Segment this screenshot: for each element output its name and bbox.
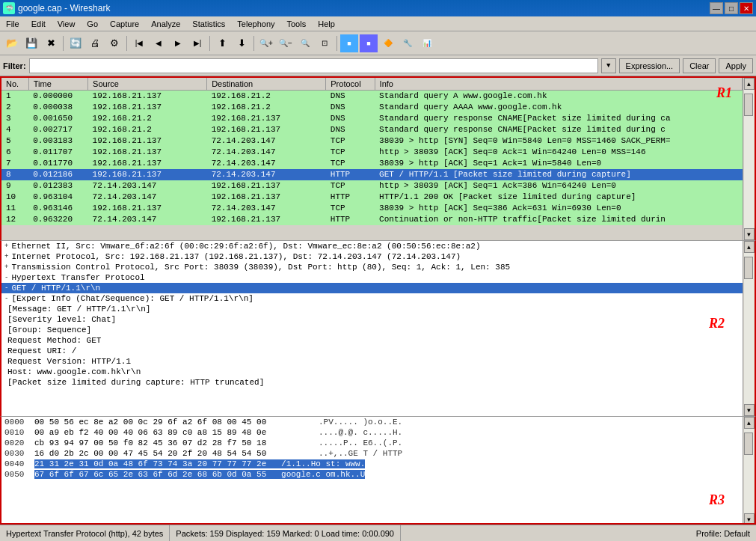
- annotation-r3: R3: [709, 492, 725, 508]
- toolbar-color2[interactable]: ■: [360, 34, 378, 52]
- col-time: Time: [28, 78, 87, 91]
- detail-line[interactable]: Host: www.google.com.hk\r\n: [1, 367, 743, 377]
- toolbar-open[interactable]: 📂: [3, 34, 21, 52]
- table-row[interactable]: 2 0.000038 192.168.21.137 192.168.21.2 D…: [1, 102, 743, 113]
- toolbar-print[interactable]: 🖨: [86, 34, 104, 52]
- table-row[interactable]: 5 0.003183 192.168.21.137 72.14.203.147 …: [1, 135, 743, 147]
- hex-scroll-track[interactable]: [744, 429, 755, 513]
- table-row[interactable]: 11 0.963146 192.168.21.137 72.14.203.147…: [1, 203, 743, 214]
- status-profile: Profile: Default: [690, 525, 756, 541]
- detail-line[interactable]: -Hypertext Transfer Protocol: [1, 272, 743, 283]
- detail-line[interactable]: Request Version: HTTP/1.1: [1, 356, 743, 367]
- detail-scroll-track[interactable]: [744, 253, 755, 404]
- hex-scroll-down[interactable]: ▼: [744, 513, 755, 525]
- menu-go[interactable]: Go: [81, 16, 104, 31]
- detail-line[interactable]: [Severity level: Chat]: [1, 314, 743, 325]
- col-no: No.: [1, 78, 28, 91]
- detail-scroll-thumb[interactable]: [744, 257, 753, 279]
- toolbar-close[interactable]: ✖: [42, 34, 60, 52]
- scroll-track[interactable]: [744, 90, 755, 228]
- detail-line[interactable]: [Packet size limited during capture: HTT…: [1, 377, 743, 388]
- detail-line[interactable]: [Message: GET / HTTP/1.1\r\n]: [1, 304, 743, 314]
- status-bar: Hypertext Transfer Protocol (http), 42 b…: [0, 525, 756, 541]
- toolbar-save[interactable]: 💾: [22, 34, 40, 52]
- detail-scroll-down[interactable]: ▼: [744, 404, 755, 416]
- menu-file[interactable]: File: [0, 16, 25, 31]
- detail-line[interactable]: Request URI: /: [1, 346, 743, 356]
- toolbar-zoom-fit[interactable]: ⊡: [316, 34, 334, 52]
- hex-dump-pane: 0000 00 50 56 ec 8e a2 00 0c 29 6f a2 6f…: [0, 417, 756, 525]
- menu-capture[interactable]: Capture: [104, 16, 145, 31]
- toolbar-prefs[interactable]: ⚙: [105, 34, 123, 52]
- detail-scroll-up[interactable]: ▲: [744, 241, 755, 253]
- filter-apply-btn[interactable]: Apply: [719, 58, 753, 73]
- toolbar-restart[interactable]: 🔄: [67, 34, 84, 52]
- hex-line[interactable]: 0030 16 d0 2b 2c 00 00 47 45 54 20 2f 20…: [1, 448, 743, 459]
- table-row[interactable]: 6 0.011707 192.168.21.137 72.14.203.147 …: [1, 147, 743, 158]
- toolbar-next[interactable]: ▶: [169, 34, 187, 52]
- col-destination: Destination: [207, 78, 326, 91]
- menu-telephony[interactable]: Telephony: [231, 16, 280, 31]
- scroll-up-btn[interactable]: ▲: [744, 78, 755, 90]
- table-row[interactable]: 1 0.000000 192.168.21.137 192.168.21.2 D…: [1, 91, 743, 102]
- table-row[interactable]: 12 0.963220 72.14.203.147 192.168.21.137…: [1, 214, 743, 225]
- toolbar-color1[interactable]: ■: [340, 34, 358, 52]
- hex-scroll-up[interactable]: ▲: [744, 417, 755, 429]
- minimize-button[interactable]: —: [710, 2, 723, 14]
- title-bar: 🦈 google.cap - Wireshark — □ ✕: [0, 0, 756, 16]
- toolbar-sep-2: [126, 36, 127, 51]
- hex-line[interactable]: 0020 cb 93 94 97 00 50 f0 82 45 36 07 d2…: [1, 438, 743, 448]
- detail-line[interactable]: +Transmission Control Protocol, Src Port…: [1, 262, 743, 272]
- toolbar-prev[interactable]: ◀: [150, 34, 168, 52]
- toolbar-zoom-out[interactable]: 🔍−: [277, 34, 295, 52]
- hex-scrollbar[interactable]: ▲ ▼: [743, 417, 755, 525]
- toolbar-up[interactable]: ⬆: [213, 34, 231, 52]
- table-row[interactable]: 9 0.012383 72.14.203.147 192.168.21.137 …: [1, 180, 743, 192]
- col-protocol: Protocol: [326, 78, 375, 91]
- maximize-button[interactable]: □: [725, 2, 738, 14]
- table-row[interactable]: 8 0.012186 192.168.21.137 72.14.203.147 …: [1, 169, 743, 180]
- detail-line[interactable]: +Internet Protocol, Src: 192.168.21.137 …: [1, 251, 743, 262]
- packet-list-scrollbar[interactable]: ▲ ▼: [743, 78, 755, 240]
- menu-edit[interactable]: Edit: [25, 16, 52, 31]
- filter-expression-btn[interactable]: Expression...: [619, 58, 680, 73]
- detail-line[interactable]: -[Expert Info (Chat/Sequence): GET / HTT…: [1, 293, 743, 304]
- table-row[interactable]: 10 0.963104 72.14.203.147 192.168.21.137…: [1, 192, 743, 203]
- scroll-thumb[interactable]: [744, 94, 753, 116]
- toolbar-first[interactable]: |◀: [130, 34, 148, 52]
- hex-line[interactable]: 0010 00 a9 eb f2 40 00 40 06 63 89 c0 a8…: [1, 427, 743, 438]
- toolbar-zoom-in[interactable]: 🔍+: [257, 34, 275, 52]
- filter-dropdown[interactable]: ▼: [601, 58, 616, 73]
- detail-line[interactable]: +Ethernet II, Src: Vmware_6f:a2:6f (00:0…: [1, 241, 743, 251]
- table-row[interactable]: 3 0.001650 192.168.21.2 192.168.21.137 D…: [1, 113, 743, 124]
- table-row[interactable]: 4 0.002717 192.168.21.2 192.168.21.137 D…: [1, 124, 743, 135]
- filter-input[interactable]: [29, 58, 598, 73]
- hex-line[interactable]: 0050 67 6f 6f 67 6c 65 2e 63 6f 6d 2e 68…: [1, 469, 743, 480]
- table-row[interactable]: 7 0.011770 192.168.21.137 72.14.203.147 …: [1, 158, 743, 169]
- menu-help[interactable]: Help: [312, 16, 341, 31]
- toolbar-last[interactable]: ▶|: [188, 34, 206, 52]
- detail-line[interactable]: -GET / HTTP/1.1\r\n: [1, 283, 743, 293]
- menu-tools[interactable]: Tools: [281, 16, 313, 31]
- detail-scrollbar[interactable]: ▲ ▼: [743, 241, 755, 416]
- hex-line[interactable]: 0000 00 50 56 ec 8e a2 00 0c 29 6f a2 6f…: [1, 417, 743, 427]
- toolbar-decode[interactable]: 🔶: [379, 34, 397, 52]
- filter-clear-btn[interactable]: Clear: [683, 58, 716, 73]
- menu-view[interactable]: View: [52, 16, 82, 31]
- toolbar-sep-4: [253, 36, 254, 51]
- toolbar: 📂 💾 ✖ 🔄 🖨 ⚙ |◀ ◀ ▶ ▶| ⬆ ⬇ 🔍+ 🔍− 🔍 ⊡ ■ ■ …: [0, 31, 756, 55]
- hex-scroll-thumb[interactable]: [744, 433, 753, 455]
- detail-line[interactable]: [Group: Sequence]: [1, 325, 743, 335]
- toolbar-firewall[interactable]: 🔧: [399, 34, 417, 52]
- filter-label: Filter:: [3, 61, 26, 70]
- scroll-down-btn[interactable]: ▼: [744, 228, 755, 240]
- toolbar-zoom-reset[interactable]: 🔍: [296, 34, 314, 52]
- toolbar-down[interactable]: ⬇: [233, 34, 251, 52]
- close-button[interactable]: ✕: [740, 2, 753, 14]
- menu-analyze[interactable]: Analyze: [145, 16, 186, 31]
- menu-bar: File Edit View Go Capture Analyze Statis…: [0, 16, 756, 31]
- toolbar-graph[interactable]: 📊: [418, 34, 436, 52]
- menu-statistics[interactable]: Statistics: [186, 16, 231, 31]
- detail-line[interactable]: Request Method: GET: [1, 335, 743, 346]
- hex-line[interactable]: 0040 21 31 2e 31 0d 0a 48 6f 73 74 3a 20…: [1, 459, 743, 469]
